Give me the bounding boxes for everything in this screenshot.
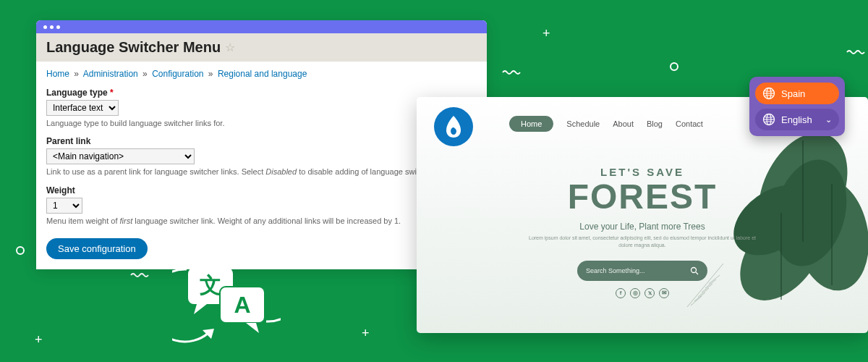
window-dot — [56, 25, 60, 29]
site-logo[interactable] — [434, 107, 473, 146]
breadcrumb-link[interactable]: Regional and language — [218, 69, 307, 79]
globe-icon — [762, 87, 775, 100]
label-text: Language type — [46, 88, 108, 98]
social-row: f ◎ 𝕩 ✉ — [417, 288, 868, 298]
hero-kicker: LET'S SAVE — [417, 166, 868, 178]
form-row-weight: Weight 1 Menu item weight of first langu… — [46, 185, 477, 227]
plus-icon: + — [542, 26, 550, 41]
site-nav: Home Schedule About Blog Contact — [509, 116, 703, 132]
svg-point-8 — [692, 267, 697, 272]
breadcrumb-link[interactable]: Configuration — [152, 69, 203, 79]
globe-icon — [762, 113, 775, 126]
search-icon[interactable] — [690, 266, 699, 275]
svg-text:A: A — [234, 292, 250, 318]
breadcrumb-link[interactable]: Administration — [83, 69, 138, 79]
hero-title: FOREST — [417, 180, 868, 214]
nav-about[interactable]: About — [613, 119, 634, 128]
form-row-parent-link: Parent link <Main navigation> Link to us… — [46, 136, 477, 177]
circle-icon — [670, 62, 678, 71]
squiggle-icon — [130, 272, 149, 278]
twitter-icon[interactable]: 𝕩 — [644, 288, 655, 298]
required-marker: * — [110, 88, 114, 98]
hero-subtitle: Love your Life, Plant more Trees — [417, 222, 868, 232]
language-type-label: Language type * — [46, 88, 477, 98]
plus-icon: + — [362, 326, 370, 341]
admin-header: Language Switcher Menu ☆ — [36, 33, 487, 62]
squiggle-icon — [846, 49, 865, 55]
nav-home[interactable]: Home — [509, 116, 553, 132]
save-configuration-button[interactable]: Save configuration — [46, 238, 148, 259]
breadcrumb: Home » Administration » Configuration » … — [46, 69, 477, 79]
nav-blog[interactable]: Blog — [647, 119, 663, 128]
lang-label: Spain — [781, 88, 805, 99]
mail-icon[interactable]: ✉ — [659, 288, 669, 298]
window-dot — [43, 25, 47, 29]
chevron-down-icon: ⌄ — [825, 115, 832, 125]
parent-link-label: Parent link — [46, 136, 477, 146]
window-dot — [50, 25, 54, 29]
svg-text:文: 文 — [200, 273, 221, 297]
weight-select[interactable]: 1 — [46, 198, 82, 214]
facebook-icon[interactable]: f — [616, 288, 626, 298]
weight-help: Menu item weight of first language switc… — [46, 216, 477, 227]
svg-marker-19 — [194, 304, 207, 314]
translate-icon: 文 A — [172, 245, 281, 346]
star-icon[interactable]: ☆ — [225, 41, 235, 54]
svg-line-9 — [696, 272, 698, 274]
hero: LET'S SAVE FOREST Love your Life, Plant … — [417, 166, 868, 298]
parent-link-select[interactable]: <Main navigation> — [46, 148, 195, 164]
circle-icon — [16, 246, 25, 255]
language-type-help: Language type to build language switcher… — [46, 118, 477, 129]
instagram-icon[interactable]: ◎ — [630, 288, 640, 298]
search-bar[interactable] — [577, 261, 707, 281]
lang-option-english[interactable]: English ⌄ — [755, 109, 839, 130]
svg-marker-22 — [246, 323, 259, 333]
drupal-icon — [443, 114, 464, 139]
plus-icon: + — [35, 332, 43, 348]
language-switcher: Spain English ⌄ — [749, 77, 845, 136]
lang-option-spain[interactable]: Spain — [755, 83, 839, 104]
window-titlebar — [36, 20, 487, 33]
language-type-select[interactable]: Interface text — [46, 100, 119, 116]
search-input[interactable] — [586, 267, 684, 274]
lang-label: English — [781, 114, 812, 125]
form-row-language-type: Language type * Interface text Language … — [46, 88, 477, 129]
page-title: Language Switcher Menu — [46, 39, 221, 56]
parent-link-help: Link to use as a parent link for languag… — [46, 167, 477, 177]
nav-schedule[interactable]: Schedule — [566, 119, 600, 128]
hero-lorem: Lorem ipsum dolor sit amet, consectetur … — [527, 235, 758, 249]
weight-label: Weight — [46, 185, 477, 195]
breadcrumb-link[interactable]: Home — [46, 69, 69, 79]
squiggle-icon — [502, 70, 521, 75]
nav-contact[interactable]: Contact — [676, 119, 703, 128]
